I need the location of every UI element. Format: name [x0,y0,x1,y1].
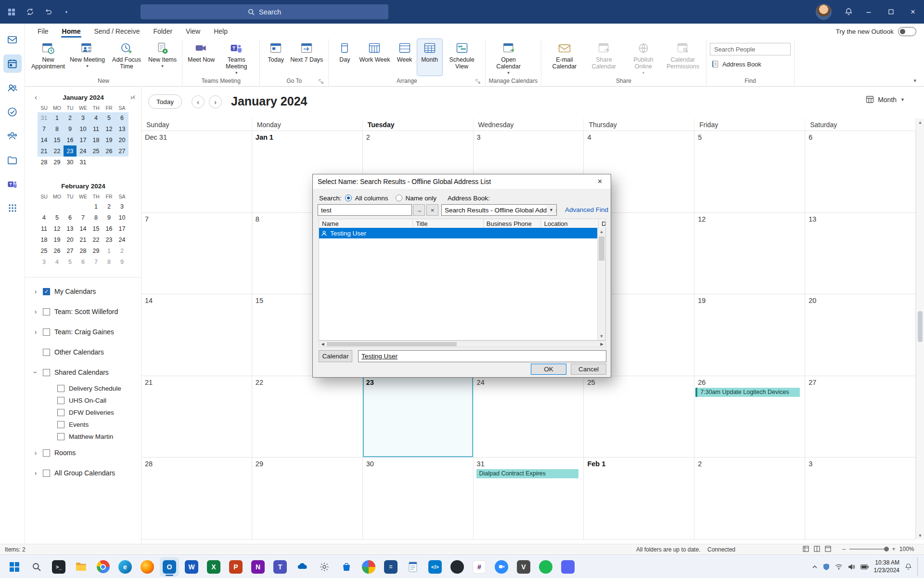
mini-calendar-day[interactable]: 14 [38,134,51,145]
mini-calendar-day[interactable]: 26 [103,145,116,157]
mini-calendar-day[interactable]: 14 [77,223,90,234]
firefox-icon[interactable] [138,557,157,577]
mini-calendar-day[interactable]: 2 [64,112,77,123]
mini-calendar-day[interactable]: 16 [64,134,77,145]
column-header[interactable]: Title [413,219,484,228]
mini-calendar-day[interactable]: 1 [90,201,103,212]
mini-calendar-day[interactable]: 8 [51,123,64,134]
chevron-icon[interactable]: › [33,469,38,477]
titlebar-search[interactable]: Search [141,4,388,19]
mini-calendar-day[interactable]: 11 [38,223,51,234]
mini-calendar-day[interactable]: 10 [77,123,90,134]
scrollbar-thumb[interactable] [327,342,457,346]
app-grid-icon[interactable] [7,7,16,17]
day-cell[interactable]: 28 [141,458,252,539]
chevron-icon[interactable]: › [33,449,38,457]
day-cell[interactable]: 31 Dialpad Contract Expires [474,458,584,539]
day-cell[interactable]: 5 [694,131,805,213]
ribbon-tab[interactable]: Home [55,25,88,39]
mini-calendar-title[interactable]: February 2024 [38,180,129,192]
calendar-nav-icon[interactable] [3,54,22,73]
show-desktop-button[interactable] [917,557,919,577]
calendar-checkbox[interactable] [43,328,50,336]
day-cell[interactable]: 21 [141,376,252,458]
onedrive-icon[interactable] [293,557,312,577]
mini-calendar-day[interactable]: 4 [90,112,103,123]
day-cell[interactable]: 6 [805,131,916,213]
today-button-ribbon[interactable]: Today [263,39,288,76]
mini-calendar-day[interactable]: 11 [90,123,103,134]
mini-calendar-day[interactable]: 2 [103,201,116,212]
day-cell[interactable]: 27 [805,376,916,458]
next-7-days-button[interactable]: Next 7 Days [288,39,325,76]
chevron-icon[interactable]: › [33,308,38,315]
github-icon[interactable] [448,557,467,577]
new-meeting-button[interactable]: New Meeting ▼ [68,39,107,76]
mini-calendar-day[interactable] [51,201,64,212]
chevron-icon[interactable]: › [33,288,38,295]
list-horizontal-scrollbar[interactable]: ◀ ▶ [319,341,606,347]
day-cell[interactable]: 25 [584,376,694,458]
column-header[interactable]: Location [541,219,599,228]
vertical-scrollbar[interactable]: ▲ ▼ [916,118,924,539]
spotify-icon[interactable] [536,557,555,577]
mini-calendar-day[interactable]: 23 [103,234,116,245]
dialog-launcher-icon[interactable] [319,79,323,84]
calendar-recipient-button[interactable]: Calendar [319,350,352,362]
folders-nav-icon[interactable] [3,151,22,169]
day-cell[interactable]: Dec 31 [141,131,252,213]
day-view-button[interactable]: Day [332,39,357,76]
mini-calendar-day[interactable]: 30 [64,157,77,168]
dialog-launcher-icon[interactable] [475,79,480,84]
taskbar-clock[interactable]: 10:38 AM 1/23/2024 [874,559,899,574]
radio-all-columns[interactable] [345,195,352,201]
ribbon-tab[interactable]: Help [207,25,234,39]
notification-bell-icon[interactable] [905,563,912,570]
scroll-down-icon[interactable]: ▼ [916,532,924,539]
day-cell[interactable]: 2 [694,458,805,539]
week-view-button[interactable]: Week [392,39,417,76]
wifi-icon[interactable] [835,564,843,570]
microsoft-store-icon[interactable] [337,557,356,577]
reading-view-icon[interactable] [814,546,820,552]
mini-calendar-day[interactable]: 16 [103,223,116,234]
address-book-button[interactable]: Address Book [710,59,791,69]
discord-icon[interactable] [558,557,578,577]
mini-calendar-day[interactable]: 15 [51,134,64,145]
zoom-level[interactable]: 100% [899,546,914,552]
vscode-icon[interactable]: </> [425,557,445,577]
groups-nav-icon[interactable] [3,127,22,145]
mini-calendar-day[interactable]: 22 [90,234,103,245]
dialog-search-input[interactable] [318,204,412,216]
mini-calendar-day[interactable]: 18 [90,134,103,145]
settings-gear-icon[interactable] [315,557,334,577]
scroll-left-icon[interactable]: ◀ [319,341,326,347]
mini-calendar-day[interactable]: 9 [103,212,116,223]
mini-calendar-day[interactable]: 5 [103,112,116,123]
mini-calendar-day[interactable] [103,157,116,168]
onenote-icon[interactable]: N [248,557,268,577]
open-calendar-button[interactable]: Open Calendar ▼ [489,39,528,76]
people-nav-icon[interactable] [3,79,22,97]
layout-view-icon[interactable] [825,546,831,552]
scroll-up-icon[interactable]: ▲ [598,228,605,236]
mini-calendar-day[interactable]: 13 [64,223,77,234]
teams-icon[interactable]: T [270,557,290,577]
calendar-checkbox[interactable] [57,421,64,428]
scroll-up-icon[interactable]: ▲ [916,118,924,126]
calendar-list-item[interactable]: Matthew Martin [25,431,141,443]
mini-calendar-day[interactable]: 19 [103,134,116,145]
mini-calendar-day[interactable]: 17 [77,134,90,145]
calculator-icon[interactable]: = [381,557,400,577]
day-cell[interactable]: 19 [694,294,805,376]
mini-calendar-day[interactable]: 9 [64,123,77,134]
new-appointment-button[interactable]: New Appointment [28,39,68,76]
schedule-view-button[interactable]: Schedule View [442,39,482,76]
calendar-event[interactable]: 7:30am Update Logitech Devices [695,388,800,397]
meet-now-button[interactable]: Meet Now [186,39,217,76]
mini-calendar-day[interactable] [90,157,103,168]
day-cell[interactable]: 26 7:30am Update Logitech Devices [694,376,805,458]
mini-calendar-day[interactable]: 25 [38,245,51,256]
ribbon-tab[interactable]: View [179,25,207,39]
day-cell[interactable]: 20 [805,294,916,376]
